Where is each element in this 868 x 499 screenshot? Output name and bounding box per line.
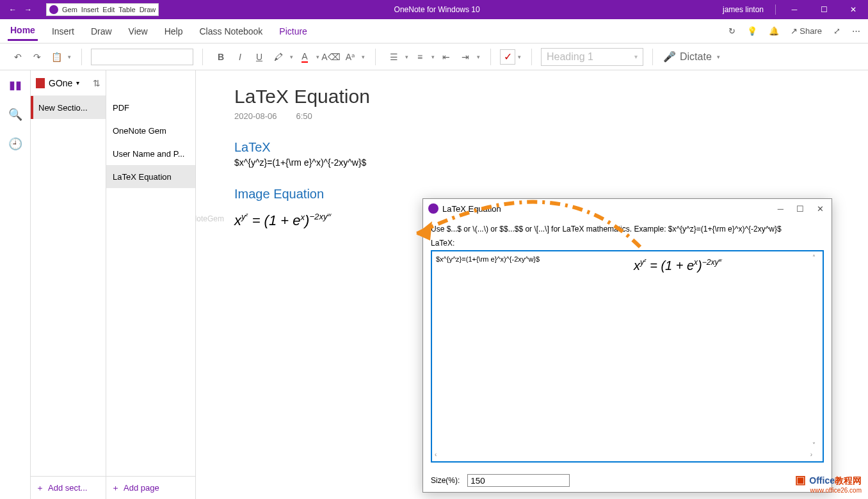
notebook-icon (36, 78, 45, 88)
page-item[interactable]: User Name and P... (106, 142, 195, 165)
scroll-up-icon[interactable]: ˄ (812, 254, 821, 261)
gem-menu-edit[interactable]: Edit (102, 6, 115, 13)
section-pane: GOne ▾ ⇅ New Sectio... ＋Add sect... (31, 70, 106, 499)
format-painter-button[interactable]: Aᵃ (341, 48, 359, 66)
search-icon[interactable]: 🔍 (8, 107, 22, 122)
gem-menu-draw[interactable]: Draw (140, 6, 156, 13)
underline-button[interactable]: U (250, 48, 268, 66)
recent-icon[interactable]: 🕘 (8, 137, 22, 151)
tab-class-notebook[interactable]: Class Notebook (197, 22, 265, 40)
font-color-button[interactable]: A (296, 48, 314, 66)
notebook-header[interactable]: GOne ▾ ⇅ (31, 70, 106, 96)
styles-picker[interactable]: Heading 1▾ (541, 48, 643, 66)
clear-format-button[interactable]: A⌫ (322, 48, 340, 66)
font-picker[interactable] (91, 49, 193, 65)
latex-source-text[interactable]: $x^{y^z}=(1+{\rm e}^x)^{-2xy^w}$ (234, 157, 830, 168)
ribbon-tabs: Home Insert Draw View Help Class Noteboo… (0, 19, 868, 44)
app-title: OneNote for Windows 10 (159, 5, 715, 14)
dictate-button[interactable]: 🎤Dictate▾ (658, 51, 727, 63)
scroll-right-icon[interactable]: › (810, 451, 812, 460)
watermark-logo: ▣ Office教程网www.office26.com (795, 473, 862, 494)
watermark-text: OneNoteGem (196, 214, 224, 223)
tab-picture[interactable]: Picture (277, 22, 310, 40)
page-pane: PDF OneNote Gem User Name and P... LaTeX… (106, 70, 196, 499)
sort-icon[interactable]: ⇅ (93, 78, 100, 88)
tab-insert[interactable]: Insert (49, 22, 77, 40)
gem-addin-bar: Gem Insert Edit Table Draw (46, 3, 159, 16)
left-rail: ▮▮ 🔍 🕘 (0, 70, 31, 499)
gem-menu-table[interactable]: Table (118, 6, 135, 13)
minimize-button[interactable]: ─ (780, 0, 809, 19)
todo-tag-button[interactable] (500, 49, 515, 65)
bold-button[interactable]: B (212, 48, 230, 66)
sync-icon[interactable]: ↻ (728, 26, 735, 36)
bell-icon[interactable]: 🔔 (769, 26, 779, 36)
notebooks-icon[interactable]: ▮▮ (9, 78, 22, 92)
dialog-close-button[interactable]: ✕ (814, 202, 826, 216)
dialog-title: LaTeX Equation (442, 204, 501, 214)
fullscreen-icon[interactable]: ⤢ (833, 26, 840, 36)
user-name[interactable]: james linton (715, 5, 771, 14)
scroll-left-icon[interactable]: ‹ (435, 451, 437, 460)
add-section-button[interactable]: ＋Add sect... (31, 476, 106, 499)
tab-help[interactable]: Help (162, 22, 186, 40)
outdent-button[interactable]: ⇤ (437, 48, 455, 66)
latex-textarea[interactable]: $x^{y^z}=(1+{\rm e}^x)^{-2xy^w}$ ˄˅ ‹› (431, 250, 824, 463)
page-item[interactable]: PDF (106, 96, 195, 119)
bullets-button[interactable]: ☰ (385, 48, 403, 66)
page-time: 6:50 (296, 111, 312, 121)
title-bar: ← → Gem Insert Edit Table Draw OneNote f… (0, 0, 868, 19)
size-input[interactable] (467, 474, 570, 487)
maximize-button[interactable]: ☐ (809, 0, 839, 19)
dialog-maximize-button[interactable]: ☐ (794, 202, 807, 216)
scroll-down-icon[interactable]: ˅ (812, 441, 821, 448)
share-button[interactable]: ↗ Share (791, 26, 822, 36)
latex-label: LaTeX: (431, 239, 824, 248)
notebook-name: GOne (49, 78, 72, 88)
nav-back-icon[interactable]: ← (8, 5, 18, 14)
page-title[interactable]: LaTeX Equation (234, 86, 830, 107)
page-item[interactable]: LaTeX Equation (106, 165, 195, 188)
clipboard-button[interactable]: 📋 (47, 48, 65, 66)
gem-icon (428, 203, 438, 214)
latex-equation-dialog: LaTeX Equation ─ ☐ ✕ Use $...$ or \(...\… (422, 198, 832, 493)
add-page-button[interactable]: ＋Add page (106, 476, 195, 499)
page-date: 2020-08-06 (234, 111, 277, 121)
lightbulb-icon[interactable]: 💡 (747, 26, 757, 36)
tab-view[interactable]: View (126, 22, 150, 40)
size-label: Size(%): (431, 476, 460, 485)
italic-button[interactable]: I (231, 48, 249, 66)
numbering-button[interactable]: ≡ (411, 48, 429, 66)
close-button[interactable]: ✕ (839, 0, 868, 19)
ribbon-toolbar: ↶ ↷ 📋▾ B I U 🖍▾ A▾ A⌫ Aᵃ▾ ☰▾ ≡▾ ⇤ ⇥▾ ▾ H… (0, 44, 868, 70)
heading-latex[interactable]: LaTeX (234, 140, 830, 155)
redo-button[interactable]: ↷ (28, 48, 46, 66)
dialog-minimize-button[interactable]: ─ (775, 202, 786, 216)
preview-equation: xyz = (1 + ex)−2xyw (634, 257, 722, 273)
highlight-button[interactable]: 🖍 (269, 48, 287, 66)
gem-menu-insert[interactable]: Insert (81, 6, 99, 13)
dialog-hint: Use $...$ or \(...\) or $$...$$ or \[...… (431, 225, 824, 234)
nav-forward-icon[interactable]: → (23, 5, 33, 14)
page-item[interactable]: OneNote Gem (106, 119, 195, 142)
tab-home[interactable]: Home (8, 21, 38, 41)
tab-draw[interactable]: Draw (88, 22, 115, 40)
gem-icon (49, 5, 58, 14)
indent-button[interactable]: ⇥ (456, 48, 474, 66)
gem-menu-gem[interactable]: Gem (62, 6, 77, 13)
section-item[interactable]: New Sectio... (31, 96, 106, 119)
undo-button[interactable]: ↶ (9, 48, 27, 66)
more-icon[interactable]: ⋯ (852, 26, 860, 36)
